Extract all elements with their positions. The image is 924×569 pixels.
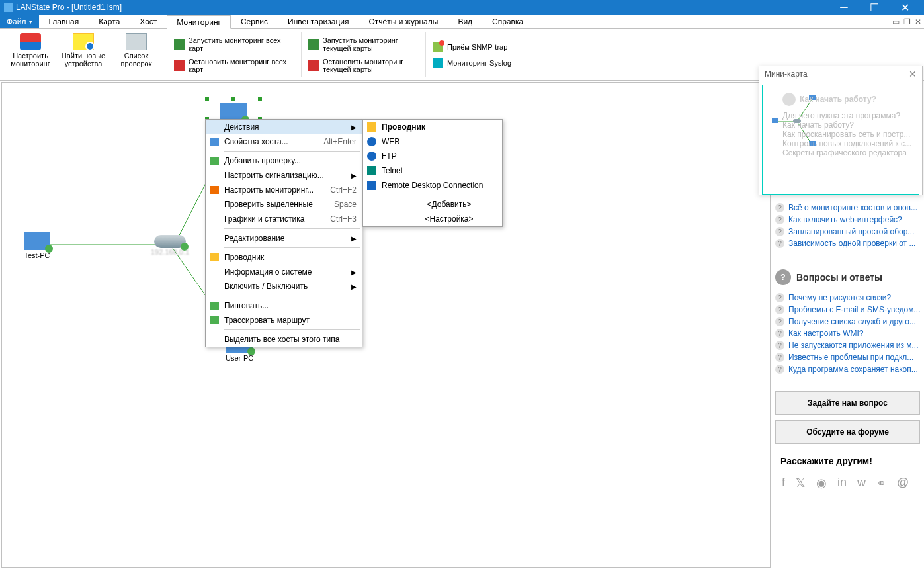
faq-link[interactable]: Как настроить WMI?: [775, 328, 920, 339]
ctx-item[interactable]: Настроить сигнализацию...▶: [206, 168, 362, 183]
email-icon[interactable]: @: [897, 476, 909, 490]
start-all-label: Запустить мониторинг всех карт: [189, 36, 294, 52]
twitter-icon[interactable]: 𝕏: [796, 476, 806, 490]
mdi-close[interactable]: ✕: [915, 17, 921, 26]
configure-monitoring-button[interactable]: Настроить мониторинг: [4, 32, 57, 77]
faq-link[interactable]: Получение списка служб и друго...: [775, 316, 920, 328]
menu-separator: [224, 151, 360, 152]
tab-service[interactable]: Сервис: [231, 15, 278, 28]
ctx-item[interactable]: Графики и статистикаCtrl+F3: [206, 212, 362, 226]
syslog-button[interactable]: Мониторинг Syslog: [430, 56, 514, 69]
host-test-pc[interactable]: Test-PC: [24, 232, 50, 259]
menu-item-label: Включить / Выключить: [224, 282, 338, 291]
submenu-item[interactable]: Проводник: [363, 120, 502, 134]
tab-reports[interactable]: Отчёты и журналы: [358, 15, 448, 28]
menu-item-icon: [208, 170, 220, 181]
tab-inventory[interactable]: Инвентаризация: [278, 15, 358, 28]
actions-submenu[interactable]: ПроводникWEBFTPTelnetRemote Desktop Conn…: [362, 119, 503, 227]
minimap-close-button[interactable]: ✕: [909, 69, 917, 79]
tab-host[interactable]: Хост: [130, 15, 167, 28]
ctx-item[interactable]: Свойства хоста...Alt+Enter: [206, 134, 362, 149]
mdi-minimize[interactable]: ▭: [892, 17, 900, 26]
menu-item-icon: [208, 252, 220, 263]
ctx-item[interactable]: Редактирование▶: [206, 231, 362, 245]
menu-item-label: <Добавить>: [382, 200, 497, 209]
social-icons: f 𝕏 ◉ in w ⚭ @: [775, 473, 920, 493]
host-router[interactable]: 192.168.0.1: [151, 235, 189, 256]
menu-item-icon: [208, 300, 220, 311]
faq-link[interactable]: Куда программа сохраняет накоп...: [775, 363, 920, 375]
faq-link[interactable]: Не запускаются приложения из м...: [775, 339, 920, 351]
submenu-item[interactable]: Telnet: [363, 163, 502, 178]
menu-item-icon: [366, 165, 378, 176]
linkedin-icon[interactable]: in: [837, 476, 847, 490]
help-link[interactable]: Запланированный простой обор...: [775, 226, 920, 238]
checks-list-button[interactable]: Список проверок: [110, 32, 163, 77]
configure-monitoring-label: Настроить мониторинг: [5, 52, 56, 67]
minimize-button[interactable]: ─: [829, 1, 859, 14]
submenu-item[interactable]: Remote Desktop Connection: [363, 178, 502, 193]
submenu-item[interactable]: WEB: [363, 134, 502, 149]
menu-item-icon: [366, 214, 378, 224]
start-all-monitoring-button[interactable]: Запустить мониторинг всех карт: [171, 35, 297, 54]
ctx-item[interactable]: Выделить все хосты этого типа: [206, 332, 362, 347]
menu-item-icon: [366, 180, 378, 191]
menu-item-label: Действия: [224, 122, 338, 132]
menu-shortcut: Ctrl+F2: [330, 185, 357, 195]
submenu-arrow-icon: ▶: [351, 269, 357, 276]
ctx-item[interactable]: Настроить мониторинг...Ctrl+F2: [206, 183, 362, 197]
help-link[interactable]: Зависимость одной проверки от ...: [775, 238, 920, 249]
menu-item-icon: [208, 185, 220, 195]
mdi-restore[interactable]: ❐: [903, 17, 911, 26]
ask-question-button[interactable]: Задайте нам вопрос: [775, 391, 920, 415]
help-link[interactable]: Как включить web-интерфейс?: [775, 214, 920, 226]
submenu-item[interactable]: <Добавить>: [363, 197, 502, 212]
tab-help[interactable]: Справка: [482, 15, 533, 28]
stop-all-monitoring-button[interactable]: Остановить мониторинг всех карт: [171, 56, 297, 75]
search-network-icon: [73, 33, 94, 50]
vk-icon[interactable]: w: [857, 476, 866, 490]
faq-link[interactable]: Известные проблемы при подкл...: [775, 351, 920, 363]
maximize-button[interactable]: ☐: [859, 1, 890, 14]
snmp-trap-button[interactable]: Приём SNMP-trap: [430, 40, 514, 54]
faq-link[interactable]: Проблемы с E-mail и SMS-уведом...: [775, 304, 920, 316]
submenu-item[interactable]: FTP: [363, 149, 502, 163]
host-context-menu[interactable]: Действия▶Свойства хоста...Alt+EnterДобав…: [205, 119, 362, 347]
ctx-item[interactable]: Информация о системе▶: [206, 265, 362, 279]
ctx-item[interactable]: Добавить проверку...: [206, 153, 362, 168]
discuss-forum-button[interactable]: Обсудите на форуме: [775, 420, 920, 444]
stop-icon: [174, 60, 185, 71]
menu-item-label: Проверить выделенные: [224, 200, 321, 209]
faq-link[interactable]: Почему не рисуются связи?: [775, 292, 920, 304]
stop-current-monitoring-button[interactable]: Остановить мониторинг текущей карты: [306, 56, 421, 75]
submenu-item[interactable]: <Настройка>: [363, 212, 502, 226]
start-current-monitoring-button[interactable]: Запустить мониторинг текущей карты: [306, 35, 421, 54]
menu-separator: [382, 195, 501, 195]
skype-icon[interactable]: ◉: [816, 476, 827, 490]
help-link[interactable]: Всё о мониторинге хостов и опов...: [775, 202, 920, 214]
ctx-item[interactable]: Действия▶: [206, 120, 362, 134]
share-title: Расскажите другим!: [780, 456, 872, 466]
tab-karta[interactable]: Карта: [89, 15, 130, 28]
menu-item-icon: [208, 334, 220, 345]
find-devices-button[interactable]: Найти новые устройства: [57, 32, 110, 77]
minimap-title: Мини-карта: [765, 69, 808, 79]
ribbon-group-2: Запустить мониторинг всех карт Остановит…: [171, 32, 302, 77]
menu-item-label: Выделить все хосты этого типа: [224, 335, 357, 344]
ctx-item[interactable]: Проверить выделенныеSpace: [206, 197, 362, 212]
ctx-item[interactable]: Проводник: [206, 250, 362, 265]
file-menu[interactable]: Файл: [0, 15, 39, 28]
menu-item-icon: [366, 199, 378, 210]
odnoklassniki-icon[interactable]: ⚭: [876, 476, 886, 490]
tab-glavnaya[interactable]: Главная: [39, 15, 89, 28]
menu-item-icon: [208, 199, 220, 210]
help-panel-obscured: Как начать работу? Для чего нужна эта пр…: [782, 93, 915, 157]
tab-view[interactable]: Вид: [448, 15, 482, 28]
ctx-item[interactable]: Включить / Выключить▶: [206, 279, 362, 294]
facebook-icon[interactable]: f: [782, 476, 785, 490]
ctx-item[interactable]: Трассировать маршрут: [206, 313, 362, 328]
ctx-item[interactable]: Пинговать...: [206, 298, 362, 313]
play-icon: [308, 39, 319, 50]
tab-monitoring[interactable]: Мониторинг: [167, 15, 231, 29]
close-button[interactable]: ✕: [890, 1, 920, 14]
